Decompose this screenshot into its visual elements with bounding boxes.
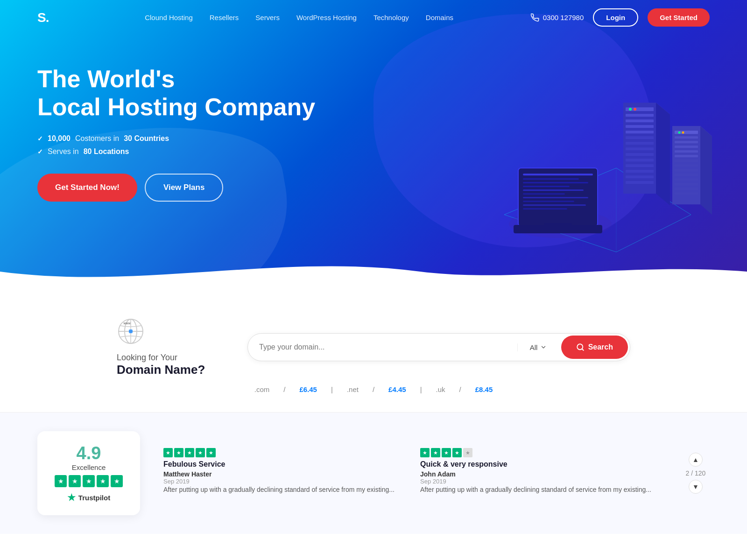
svg-rect-52 <box>675 178 698 181</box>
review-2-stars: ★ ★ ★ ★ ★ <box>420 448 658 457</box>
server-illustration <box>458 37 719 261</box>
tld-uk-ext: .uk <box>436 385 445 393</box>
rev-2-star-4: ★ <box>452 448 462 457</box>
login-button[interactable]: Login <box>593 8 638 27</box>
svg-rect-9 <box>523 178 579 180</box>
tld-sep-1: | <box>331 385 333 393</box>
svg-rect-34 <box>626 170 654 173</box>
svg-rect-46 <box>675 150 698 153</box>
review-1-author: Matthew Haster <box>163 470 402 478</box>
svg-text:www: www <box>123 322 131 325</box>
domain-looking-text: Looking for Your <box>117 353 219 363</box>
hero-title-line1: The World's <box>37 65 175 92</box>
feature-customers-text: Costomers in <box>75 134 119 143</box>
nav-servers[interactable]: Servers <box>255 14 280 21</box>
svg-rect-19 <box>544 223 572 227</box>
svg-rect-47 <box>675 155 698 157</box>
svg-marker-40 <box>700 126 712 215</box>
svg-point-37 <box>629 108 632 111</box>
rev-star-1: ★ <box>163 448 173 457</box>
domain-title: Domain Name? <box>117 363 219 377</box>
review-2-text: After putting up with a gradually declin… <box>420 485 658 495</box>
svg-point-38 <box>634 108 636 111</box>
hero-section: S. Clound Hosting Resellers Servers Word… <box>0 0 747 289</box>
hero-title-line2: Local Hosting Company <box>37 93 315 120</box>
review-1-stars: ★ ★ ★ ★ ★ <box>163 448 402 457</box>
svg-rect-27 <box>626 131 654 133</box>
svg-rect-48 <box>675 160 698 162</box>
tld-net-price: £4.45 <box>388 385 406 393</box>
chevron-down-icon <box>540 344 547 350</box>
review-cards: ★ ★ ★ ★ ★ Febulous Service Matthew Haste… <box>163 448 658 498</box>
get-started-nav-button[interactable]: Get Started <box>648 8 710 27</box>
tld-uk-price: £8.45 <box>475 385 493 393</box>
feature-customers-number: 10,000 <box>48 134 70 143</box>
trustpilot-logo-star: ★ <box>67 492 76 503</box>
tp-star-3: ★ <box>83 475 95 487</box>
trustpilot-card: 4.9 Excellence ★ ★ ★ ★ ★ ★ Trustpilot <box>37 431 140 515</box>
tp-star-4: ★ <box>97 475 109 487</box>
pagination-down-button[interactable]: ▼ <box>689 480 703 494</box>
tp-star-1: ★ <box>55 475 67 487</box>
rev-2-star-3: ★ <box>442 448 451 457</box>
navbar: S. Clound Hosting Resellers Servers Word… <box>0 0 747 35</box>
nav-technology[interactable]: Technology <box>374 14 409 21</box>
svg-rect-11 <box>523 186 570 187</box>
svg-rect-45 <box>675 146 698 148</box>
hero-content: The World's Local Hosting Company 10,000… <box>37 65 317 202</box>
get-started-now-button[interactable]: Get Started Now! <box>37 174 137 202</box>
svg-rect-43 <box>675 136 698 139</box>
feature-locations-text: Serves in <box>48 147 79 156</box>
domain-section: www Looking for Your Domain Name? All Se… <box>0 289 747 412</box>
view-plans-button[interactable]: View Plans <box>145 174 224 202</box>
trustpilot-score: 4.9 <box>51 443 126 463</box>
svg-rect-8 <box>523 174 593 175</box>
search-icon <box>576 343 585 351</box>
feature-locations-number: 80 Locations <box>84 147 129 156</box>
svg-line-3 <box>616 215 691 252</box>
domain-search-label: Search <box>588 343 613 351</box>
tld-com-price: £6.45 <box>299 385 317 393</box>
nav-resellers[interactable]: Resellers <box>210 14 239 21</box>
svg-rect-36 <box>626 181 654 184</box>
rev-2-star-1: ★ <box>420 448 430 457</box>
domain-tld-select[interactable]: All <box>517 343 559 351</box>
domain-select-value: All <box>530 343 538 351</box>
rev-2-star-2: ★ <box>431 448 440 457</box>
hero-feature-locations: Serves in 80 Locations <box>37 147 317 156</box>
phone-icon <box>531 14 539 22</box>
pagination-up-button[interactable]: ▲ <box>689 453 703 467</box>
svg-rect-44 <box>675 141 698 143</box>
review-2-title: Quick & very responsive <box>420 460 658 469</box>
trustpilot-stars: ★ ★ ★ ★ ★ <box>51 475 126 487</box>
svg-rect-32 <box>626 159 654 161</box>
nav-domains[interactable]: Domains <box>426 14 453 21</box>
rev-star-5: ★ <box>206 448 216 457</box>
trustpilot-logo-label: Trustpilot <box>78 494 110 502</box>
domain-search-button[interactable]: Search <box>561 336 628 359</box>
nav-right: 0300 127980 Login Get Started <box>531 8 710 27</box>
rev-2-star-5: ★ <box>463 448 472 457</box>
svg-rect-51 <box>675 174 698 176</box>
svg-rect-54 <box>675 188 698 190</box>
svg-rect-33 <box>626 164 654 167</box>
svg-rect-26 <box>626 125 654 128</box>
phone-number: 0300 127980 <box>543 14 584 21</box>
trustpilot-logo: ★ Trustpilot <box>51 492 126 503</box>
tld-net-ext: .net <box>347 385 359 393</box>
svg-rect-30 <box>626 147 654 150</box>
nav-cloud-hosting[interactable]: Clound Hosting <box>145 14 193 21</box>
domain-inner: www Looking for Your Domain Name? All Se… <box>117 317 630 377</box>
svg-rect-28 <box>626 136 654 139</box>
tld-divider-3: / <box>459 385 461 393</box>
svg-rect-62 <box>129 329 133 333</box>
domain-search-input[interactable] <box>248 336 517 359</box>
svg-point-57 <box>682 132 684 134</box>
svg-rect-13 <box>523 193 565 195</box>
nav-wordpress-hosting[interactable]: WordPress Hosting <box>296 14 357 21</box>
review-card-2: ★ ★ ★ ★ ★ Quick & very responsive John A… <box>420 448 658 498</box>
review-2-date: Sep 2019 <box>420 478 658 485</box>
brand-logo[interactable]: S. <box>37 10 49 25</box>
phone-area: 0300 127980 <box>531 14 584 22</box>
reviews-section: 4.9 Excellence ★ ★ ★ ★ ★ ★ Trustpilot ★ … <box>0 412 747 534</box>
